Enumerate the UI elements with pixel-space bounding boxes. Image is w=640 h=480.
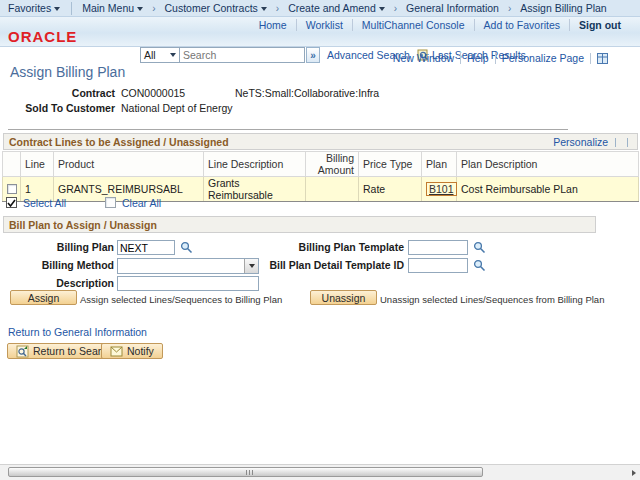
breadcrumb-separator: › <box>276 3 279 14</box>
assign-button[interactable]: Assign <box>10 290 77 305</box>
sign-out-link[interactable]: Sign out <box>569 19 630 31</box>
billing-plan-input[interactable] <box>117 240 175 255</box>
breadcrumb-separator: › <box>152 3 155 14</box>
notify-icon <box>110 346 123 357</box>
dropdown-arrow-icon <box>170 53 176 57</box>
return-to-search-icon <box>16 345 29 358</box>
breadcrumb-customer-contracts[interactable]: Customer Contracts <box>164 2 266 14</box>
column-header-product: Product <box>54 152 204 177</box>
separator <box>627 138 628 147</box>
clear-all-link[interactable]: Clear All <box>122 197 161 209</box>
column-header-line-description: Line Description <box>204 152 306 177</box>
select-all-checkbox-icon[interactable] <box>6 197 17 208</box>
bill-plan-detail-template-id-label: Bill Plan Detail Template ID <box>230 259 404 271</box>
select-all-link[interactable]: Select All <box>23 197 66 209</box>
nav-multichannel-console-link[interactable]: MultiChannel Console <box>352 19 474 31</box>
column-header-price-type: Price Type <box>359 152 422 177</box>
dropdown-arrow-icon <box>137 7 143 11</box>
breadcrumb-general-information[interactable]: General Information <box>406 2 499 14</box>
billing-plan-template-label: Billing Plan Template <box>230 241 404 253</box>
description-label: Description <box>0 277 114 289</box>
dropdown-arrow-icon <box>379 7 385 11</box>
horizontal-scrollbar[interactable] <box>0 464 640 480</box>
bill-plan-section-title: Bill Plan to Assign / Unassign <box>9 219 157 231</box>
separator <box>615 138 616 147</box>
breadcrumb-separator: › <box>508 3 511 14</box>
billing-plan-template-input[interactable] <box>408 240 468 255</box>
clear-all-checkbox-icon[interactable] <box>105 197 116 208</box>
assign-caption: Assign selected Lines/Sequences to Billi… <box>80 294 282 305</box>
description-input[interactable] <box>117 276 259 291</box>
assign-billing-plan-page: Favorites Main Menu › Customer Contracts… <box>0 0 640 480</box>
breadcrumb-assign-billing-plan: Assign Billing Plan <box>520 2 606 14</box>
column-header-line: Line <box>21 152 54 177</box>
search-go-button[interactable]: » <box>306 47 320 63</box>
nav-add-to-favorites-link[interactable]: Add to Favorites <box>474 19 569 31</box>
contract-lines-section-title: Contract Lines to be Assigned / Unassign… <box>9 136 229 148</box>
search-input[interactable] <box>180 47 305 63</box>
nav-home-link[interactable]: Home <box>250 19 296 31</box>
page-title: Assign Billing Plan <box>10 64 125 80</box>
scrollbar-right-arrow-icon[interactable] <box>632 470 636 476</box>
contract-value: CON0000015 <box>121 87 185 99</box>
dropdown-arrow-icon <box>261 7 267 11</box>
page-action-links: New Window Help Personalize Page <box>387 52 614 64</box>
scrollbar-grip-icon <box>246 470 255 475</box>
breadcrumb-create-and-amend[interactable]: Create and Amend <box>288 2 385 14</box>
contract-info-row: Contract CON0000015 NeTS:Small:Collabora… <box>0 87 640 100</box>
unassign-button[interactable]: Unassign <box>310 290 377 305</box>
breadcrumb: Favorites Main Menu › Customer Contracts… <box>0 0 640 17</box>
help-link[interactable]: Help <box>467 52 489 64</box>
oracle-logo: ORACLE <box>8 28 77 45</box>
unassign-caption: Unassign selected Lines/Sequences from B… <box>380 294 604 305</box>
contract-lines-section-header: Contract Lines to be Assigned / Unassign… <box>3 133 638 150</box>
billing-plan-label: Billing Plan <box>0 241 114 253</box>
dropdown-arrow-icon <box>54 7 60 11</box>
search-scope-select[interactable]: All <box>140 47 180 63</box>
billing-plan-template-lookup-icon[interactable] <box>473 241 486 254</box>
nav-worklist-link[interactable]: Worklist <box>296 19 352 31</box>
column-header-plan-description: Plan Description <box>457 152 639 177</box>
breadcrumb-divider <box>71 2 72 15</box>
plan-link[interactable]: B101 <box>426 182 457 196</box>
contract-lines-grid: Line Product Line Description Billing Am… <box>2 151 639 202</box>
contract-description: NeTS:Small:Collaborative:Infra <box>235 87 379 99</box>
select-controls-row: Select All Clear All <box>0 196 640 210</box>
breadcrumb-separator: › <box>394 3 397 14</box>
notify-button[interactable]: Notify <box>101 343 163 359</box>
grid-header-row: Line Product Line Description Billing Am… <box>3 152 639 177</box>
contract-label: Contract <box>0 87 115 99</box>
sold-to-customer-row: Sold To Customer National Dept of Energy <box>0 102 640 115</box>
billing-method-label: Billing Method <box>0 259 114 271</box>
personalize-page-link[interactable]: Personalize Page <box>502 52 584 64</box>
grid-personalize-link[interactable]: Personalize <box>553 136 608 148</box>
sold-to-customer-value: National Dept of Energy <box>121 102 232 114</box>
header-banner: ORACLE Home Worklist MultiChannel Consol… <box>0 17 640 47</box>
bill-plan-section-header: Bill Plan to Assign / Unassign <box>3 216 596 233</box>
top-nav: Home Worklist MultiChannel Console Add t… <box>250 19 630 31</box>
return-to-general-information-link[interactable]: Return to General Information <box>8 326 147 338</box>
select-column-header <box>3 152 21 177</box>
breadcrumb-main-menu[interactable]: Main Menu <box>82 2 143 14</box>
row-select-checkbox[interactable] <box>7 184 17 194</box>
column-header-billing-amount: Billing Amount <box>306 152 359 177</box>
billing-plan-lookup-icon[interactable] <box>180 241 193 254</box>
bill-plan-detail-template-id-lookup-icon[interactable] <box>473 259 486 272</box>
breadcrumb-favorites[interactable]: Favorites <box>8 2 60 14</box>
column-header-plan: Plan <box>422 152 457 177</box>
check-icon <box>7 199 16 208</box>
sold-to-customer-label: Sold To Customer <box>0 102 115 114</box>
new-window-link[interactable]: New Window <box>393 52 454 64</box>
grid-layout-icon[interactable] <box>597 53 608 64</box>
bill-plan-detail-template-id-input[interactable] <box>408 258 468 273</box>
scrollbar-thumb[interactable] <box>8 467 483 477</box>
section-divider <box>8 129 568 130</box>
